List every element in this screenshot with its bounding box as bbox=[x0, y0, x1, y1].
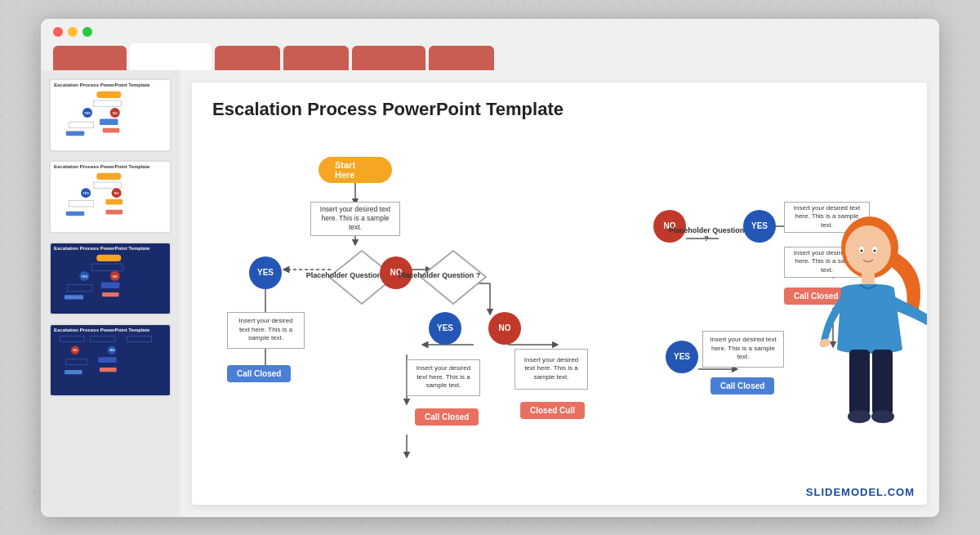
thumb-4-content: NO YES bbox=[51, 333, 170, 395]
svg-rect-73 bbox=[849, 350, 870, 415]
text-box-4: Insert your desired text here. This is a… bbox=[514, 349, 588, 390]
yes-circle-2: YES bbox=[429, 312, 461, 345]
call-closed-1[interactable]: Call Closed bbox=[227, 365, 291, 382]
svg-rect-74 bbox=[872, 350, 893, 415]
svg-text:YES: YES bbox=[81, 274, 87, 278]
svg-point-75 bbox=[848, 410, 871, 423]
yes-circle-1: YES bbox=[249, 256, 282, 289]
svg-rect-10 bbox=[66, 131, 85, 136]
call-closed-2[interactable]: Call Closed bbox=[415, 408, 479, 426]
svg-rect-3 bbox=[94, 100, 122, 107]
svg-rect-42 bbox=[98, 357, 117, 363]
text-box-right-3: Insert your desired text here. This is a… bbox=[702, 331, 784, 368]
browser-dots bbox=[53, 27, 927, 37]
yes-circle-right: YES bbox=[743, 210, 776, 243]
start-here-button[interactable]: Start Here bbox=[318, 157, 392, 183]
thumb-2-content: YES NO bbox=[51, 170, 170, 231]
thumbnail-2[interactable]: Escalation Process PowerPoint Template Y… bbox=[49, 160, 172, 234]
svg-rect-12 bbox=[96, 172, 121, 179]
svg-rect-31 bbox=[65, 295, 83, 299]
browser-tabs bbox=[53, 43, 927, 70]
thumbnail-3[interactable]: Escalation Process PowerPoint Template Y… bbox=[49, 242, 172, 315]
placeholder-q-right: Placeholder Question ? bbox=[666, 214, 747, 255]
svg-rect-44 bbox=[100, 368, 117, 372]
svg-rect-18 bbox=[69, 200, 94, 207]
svg-rect-20 bbox=[66, 211, 85, 216]
svg-rect-33 bbox=[51, 333, 170, 395]
svg-rect-9 bbox=[100, 118, 118, 125]
svg-text:NO: NO bbox=[113, 274, 118, 278]
svg-rect-43 bbox=[65, 370, 82, 374]
browser-body: Escalation Process PowerPoint Template Y… bbox=[41, 70, 939, 517]
thumb-3-label: Escalation Process PowerPoint Template bbox=[51, 243, 170, 252]
svg-rect-13 bbox=[94, 182, 122, 189]
thumb-1-label: Escalation Process PowerPoint Template bbox=[51, 80, 170, 88]
character-illustration bbox=[796, 203, 927, 505]
svg-rect-19 bbox=[106, 198, 123, 204]
tab-5[interactable] bbox=[352, 46, 425, 70]
text-box-3: Insert your desired text here. This is a… bbox=[407, 359, 480, 396]
svg-text:NO: NO bbox=[113, 111, 118, 114]
tab-6[interactable] bbox=[429, 46, 494, 70]
sidebar: Escalation Process PowerPoint Template Y… bbox=[41, 70, 180, 517]
text-box-1: Insert your desired text here. This is a… bbox=[310, 202, 400, 236]
svg-rect-11 bbox=[103, 127, 120, 132]
closed-cull[interactable]: Closed Cull bbox=[520, 402, 585, 419]
svg-point-68 bbox=[861, 249, 863, 252]
dot-minimize[interactable] bbox=[68, 27, 78, 37]
svg-rect-70 bbox=[862, 272, 875, 284]
no-circle-2: NO bbox=[488, 312, 521, 345]
svg-point-69 bbox=[874, 249, 876, 252]
svg-rect-32 bbox=[102, 292, 119, 296]
tab-1[interactable] bbox=[53, 46, 127, 70]
svg-rect-21 bbox=[106, 209, 123, 214]
tab-2[interactable] bbox=[130, 43, 212, 70]
svg-rect-23 bbox=[96, 254, 121, 261]
diamond-2-label: Placeholder Question ? bbox=[390, 253, 488, 298]
svg-text:NO: NO bbox=[114, 191, 119, 194]
svg-text:YES: YES bbox=[109, 349, 115, 352]
dot-maximize[interactable] bbox=[82, 27, 92, 37]
svg-text:NO: NO bbox=[73, 349, 77, 352]
browser-chrome bbox=[41, 19, 939, 70]
main-content: Escalation Process PowerPoint Template bbox=[180, 70, 939, 517]
thumb-1-content: YES NO bbox=[51, 88, 170, 149]
thumb-2-label: Escalation Process PowerPoint Template bbox=[51, 162, 170, 170]
yes-circle-right-2: YES bbox=[666, 341, 698, 373]
svg-point-76 bbox=[871, 410, 894, 423]
svg-point-72 bbox=[818, 337, 831, 348]
thumb-3-content: YES NO bbox=[51, 252, 170, 313]
tab-4[interactable] bbox=[283, 46, 349, 70]
browser-window: Escalation Process PowerPoint Template Y… bbox=[41, 19, 939, 517]
thumbnail-1[interactable]: Escalation Process PowerPoint Template Y… bbox=[49, 78, 172, 152]
dot-close[interactable] bbox=[53, 27, 63, 37]
tab-3[interactable] bbox=[215, 46, 280, 70]
slide-container: Escalation Process PowerPoint Template bbox=[192, 82, 927, 505]
thumbnail-4[interactable]: Escalation Process PowerPoint Template N… bbox=[49, 323, 172, 397]
svg-rect-8 bbox=[69, 122, 94, 128]
svg-point-65 bbox=[845, 225, 891, 274]
text-box-2: Insert your desired text here. This is a… bbox=[227, 312, 305, 349]
call-closed-right-2[interactable]: Call Closed bbox=[710, 377, 774, 395]
svg-text:YES: YES bbox=[84, 111, 91, 114]
thumb-4-label: Escalation Process PowerPoint Template bbox=[51, 325, 170, 333]
watermark: SLIDEMODEL.COM bbox=[806, 486, 915, 498]
slide-title: Escalation Process PowerPoint Template bbox=[212, 99, 906, 120]
svg-text:YES: YES bbox=[82, 191, 89, 194]
svg-rect-2 bbox=[96, 91, 121, 97]
svg-rect-30 bbox=[101, 282, 120, 288]
